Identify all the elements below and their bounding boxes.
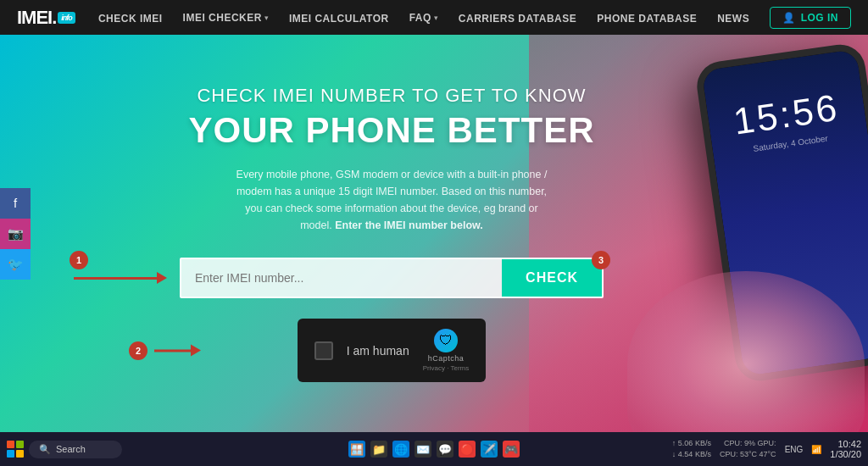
- windows-logo[interactable]: [7, 441, 24, 458]
- logo[interactable]: IMEI. info: [17, 7, 75, 29]
- taskbar-center: 🪟 📁 🌐 ✉️ 💬 🔴 ✈️ 🎮: [348, 441, 520, 458]
- captcha-logo: 🛡 hCaptcha Privacy · Terms: [423, 329, 470, 372]
- nav-carriers-database[interactable]: CARRIERS DATABASE: [459, 10, 576, 25]
- taskbar-language: ENG: [785, 445, 804, 454]
- hero-title: YOUR PHONE BETTER: [154, 110, 629, 151]
- nav-imei-checker[interactable]: IMEI CHECKER ▾: [183, 12, 269, 24]
- annotation-badge-2: 2: [129, 341, 147, 360]
- chevron-down-icon: ▾: [264, 14, 269, 22]
- annotation-badge-1: 1: [70, 251, 88, 269]
- annotation-badge-3: 3: [592, 251, 610, 269]
- imei-input-row: 1 CHECK 3: [180, 258, 604, 298]
- taskbar-app-game[interactable]: 🎮: [503, 441, 520, 458]
- taskbar-right: ↑ 5.06 KB/s ↓ 4.54 KB/s CPU: 9% GPU: CPU…: [672, 438, 861, 459]
- check-button[interactable]: CHECK: [502, 259, 602, 297]
- arrow-head: [157, 272, 167, 284]
- taskbar-app-files[interactable]: 📁: [370, 441, 387, 458]
- user-icon: 👤: [782, 12, 796, 24]
- system-stats: ↑ 5.06 KB/s ↓ 4.54 KB/s: [672, 438, 711, 459]
- captcha-widget[interactable]: I am human 🛡 hCaptcha Privacy · Terms: [298, 319, 487, 382]
- facebook-icon: f: [14, 196, 17, 210]
- nav-check-imei[interactable]: CHECK IMEI: [98, 10, 163, 25]
- navbar: IMEI. info CHECK IMEI IMEI CHECKER ▾ IME…: [0, 0, 868, 35]
- login-button[interactable]: 👤 LOG IN: [770, 7, 851, 29]
- logo-text: IMEI.: [17, 7, 56, 29]
- hero-section: 15:56 Saturday, 4 October f 📷 🐦 CHECK IM…: [0, 35, 868, 432]
- captcha-checkbox[interactable]: [314, 341, 333, 360]
- cpu-stats: CPU: 9% GPU: CPU: 53°C 47°C: [720, 438, 776, 459]
- twitter-icon: 🐦: [8, 257, 24, 272]
- facebook-button[interactable]: f: [0, 188, 31, 219]
- nav-faq[interactable]: FAQ ▾: [409, 12, 438, 24]
- annotation-arrow-1: [74, 269, 167, 286]
- taskbar-app-edge2[interactable]: 🌐: [392, 441, 409, 458]
- twitter-button[interactable]: 🐦: [0, 249, 31, 280]
- taskbar-app-mail[interactable]: ✉️: [415, 441, 431, 458]
- instagram-button[interactable]: 📷: [0, 219, 31, 249]
- taskbar-app-telegram[interactable]: ✈️: [481, 441, 498, 458]
- hero-subtitle: CHECK IMEI NUMBER TO GET TO KNOW: [154, 85, 629, 107]
- logo-badge: info: [58, 12, 75, 24]
- social-sidebar: f 📷 🐦: [0, 188, 31, 280]
- captcha-label: I am human: [347, 344, 409, 358]
- hero-content: CHECK IMEI NUMBER TO GET TO KNOW YOUR PH…: [154, 85, 629, 382]
- main-nav: CHECK IMEI IMEI CHECKER ▾ IMEI CALCULATO…: [98, 7, 851, 29]
- captcha-row: 2 I am human 🛡 hCaptcha Privacy · Terms: [154, 319, 629, 382]
- taskbar: 🔍 Search 🪟 📁 🌐 ✉️ 💬 🔴 ✈️ 🎮 ↑ 5.06 KB/s ↓…: [0, 432, 868, 466]
- arrow-line-2: [154, 349, 191, 352]
- instagram-icon: 📷: [8, 226, 24, 241]
- taskbar-app-red[interactable]: 🔴: [459, 441, 476, 458]
- captcha-links: Privacy · Terms: [423, 364, 470, 372]
- taskbar-left: 🔍 Search: [7, 441, 122, 458]
- hcaptcha-icon: 🛡: [434, 329, 458, 352]
- arrow-head-2: [191, 345, 201, 357]
- taskbar-clock: 10:42 1/30/20: [830, 439, 861, 459]
- network-icon: 📶: [811, 445, 821, 454]
- annotation-arrow-2: [154, 349, 201, 352]
- taskbar-app-edge[interactable]: 🪟: [348, 441, 365, 458]
- arrow-line: [74, 277, 157, 280]
- nav-imei-calculator[interactable]: IMEI CALCULATOR: [289, 10, 389, 25]
- imei-input-wrapper: CHECK: [180, 258, 604, 298]
- imei-input[interactable]: [181, 261, 502, 295]
- nav-phone-database[interactable]: PHONE DATABASE: [597, 10, 697, 25]
- chevron-down-icon: ▾: [434, 14, 438, 22]
- taskbar-app-discord[interactable]: 💬: [437, 441, 453, 458]
- taskbar-search-wrapper[interactable]: 🔍 Search: [29, 441, 122, 458]
- search-icon: 🔍: [39, 444, 51, 455]
- captcha-brand: hCaptcha: [428, 354, 465, 363]
- hero-description: Every mobile phone, GSM modem or device …: [231, 166, 553, 234]
- nav-news[interactable]: NEWS: [717, 10, 749, 25]
